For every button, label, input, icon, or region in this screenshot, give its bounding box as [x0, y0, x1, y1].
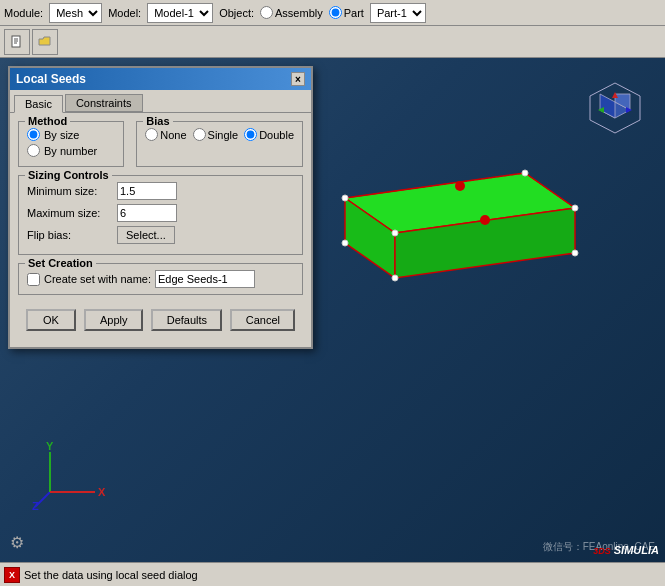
dialog-title: Local Seeds	[16, 72, 86, 86]
method-bias-row: Method By size By number Bias	[18, 121, 303, 167]
min-size-row: Minimum size:	[27, 182, 294, 200]
toolbar-icon-2[interactable]	[32, 29, 58, 55]
method-group-title: Method	[25, 115, 70, 127]
bias-none-radio[interactable]	[145, 128, 158, 141]
module-select[interactable]: Mesh	[49, 3, 102, 23]
by-size-row: By size	[27, 128, 115, 141]
tab-basic[interactable]: Basic	[14, 95, 63, 113]
bias-options-row: None Single Double	[145, 128, 294, 141]
svg-point-22	[342, 240, 348, 246]
icon-toolbar	[0, 26, 665, 58]
dialog-buttons: OK Apply Defaults Cancel	[18, 305, 303, 339]
apply-button[interactable]: Apply	[84, 309, 143, 331]
by-size-label: By size	[44, 129, 79, 141]
module-label: Module:	[4, 7, 43, 19]
nav-cube[interactable]	[585, 78, 645, 138]
svg-point-24	[572, 250, 578, 256]
toolbar-icon-1[interactable]	[4, 29, 30, 55]
svg-point-16	[455, 181, 465, 191]
svg-point-18	[342, 195, 348, 201]
3d-model	[305, 158, 585, 288]
ok-button[interactable]: OK	[26, 309, 76, 331]
model-select[interactable]: Model-1	[147, 3, 213, 23]
flip-bias-row: Flip bias: Select...	[27, 226, 294, 244]
part-select[interactable]: Part-1	[370, 3, 426, 23]
bias-double-label: Double	[244, 128, 294, 141]
bias-single-label: Single	[193, 128, 239, 141]
bias-none-label: None	[145, 128, 186, 141]
by-number-label: By number	[44, 145, 97, 157]
assembly-radio[interactable]	[260, 6, 273, 19]
bias-group: Bias None Single	[136, 121, 303, 167]
by-number-row: By number	[27, 144, 115, 157]
object-label: Object:	[219, 7, 254, 19]
sizing-controls-group: Sizing Controls Minimum size: Maximum si…	[18, 175, 303, 255]
dialog-titlebar: Local Seeds ×	[10, 68, 311, 90]
simulia-logo: SIMULIA	[614, 544, 659, 556]
create-set-checkbox[interactable]	[27, 273, 40, 286]
coordinate-axes: Z Y X	[30, 442, 110, 512]
local-seeds-dialog: Local Seeds × Basic Constraints Method B…	[8, 66, 313, 349]
sizing-controls-title: Sizing Controls	[25, 169, 112, 181]
simulia-prefix: 3DS	[593, 546, 611, 556]
min-size-label: Minimum size:	[27, 185, 117, 197]
top-toolbar: Module: Mesh Model: Model-1 Object: Asse…	[0, 0, 665, 26]
max-size-label: Maximum size:	[27, 207, 117, 219]
simulia-branding: 3DS SIMULIA	[593, 544, 659, 556]
svg-point-17	[480, 215, 490, 225]
main-area: Z Y X 微信号：FEAonline_CAE 3DS SIMULIA ⚙ Lo…	[0, 58, 665, 562]
flip-bias-label: Flip bias:	[27, 229, 117, 241]
cancel-button[interactable]: Cancel	[230, 309, 295, 331]
svg-point-20	[572, 205, 578, 211]
viewport[interactable]: Z Y X 微信号：FEAonline_CAE 3DS SIMULIA ⚙ Lo…	[0, 58, 665, 562]
by-size-radio[interactable]	[27, 128, 40, 141]
min-size-input[interactable]	[117, 182, 177, 200]
select-button[interactable]: Select...	[117, 226, 175, 244]
svg-text:X: X	[98, 486, 106, 498]
set-creation-title: Set Creation	[25, 257, 96, 269]
by-number-radio[interactable]	[27, 144, 40, 157]
status-icon: X	[4, 567, 20, 583]
assembly-radio-label: Assembly	[260, 6, 323, 19]
set-creation-row: Create set with name:	[27, 270, 294, 288]
max-size-input[interactable]	[117, 204, 177, 222]
status-text: Set the data using local seed dialog	[24, 569, 198, 581]
bias-double-radio[interactable]	[244, 128, 257, 141]
svg-point-21	[392, 230, 398, 236]
viewport-settings-icon[interactable]: ⚙	[10, 533, 24, 552]
set-name-input[interactable]	[155, 270, 255, 288]
max-size-row: Maximum size:	[27, 204, 294, 222]
dialog-close-button[interactable]: ×	[291, 72, 305, 86]
svg-point-23	[392, 275, 398, 281]
create-set-label: Create set with name:	[44, 273, 151, 285]
part-radio[interactable]	[329, 6, 342, 19]
set-creation-group: Set Creation Create set with name:	[18, 263, 303, 295]
dialog-body: Method By size By number Bias	[10, 113, 311, 347]
defaults-button[interactable]: Defaults	[151, 309, 222, 331]
svg-text:Z: Z	[32, 500, 39, 512]
svg-point-19	[522, 170, 528, 176]
status-bar: X Set the data using local seed dialog	[0, 562, 665, 586]
bias-group-title: Bias	[143, 115, 172, 127]
bias-single-radio[interactable]	[193, 128, 206, 141]
svg-text:Y: Y	[46, 442, 54, 452]
tab-constraints[interactable]: Constraints	[65, 94, 143, 112]
model-label: Model:	[108, 7, 141, 19]
part-radio-label: Part	[329, 6, 364, 19]
dialog-tabs: Basic Constraints	[10, 90, 311, 113]
method-group: Method By size By number	[18, 121, 124, 167]
